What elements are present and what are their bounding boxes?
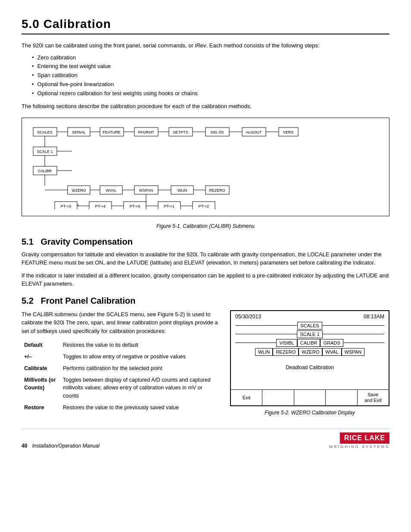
display-grads-box: GRADS <box>320 339 343 347</box>
svg-text:PT->5: PT->5 <box>130 204 140 208</box>
section-51-body2: If the indicator is later installed at a… <box>22 271 389 288</box>
bullet-4: Optional five-point linearization <box>32 80 389 89</box>
svg-text:PT->4: PT->4 <box>95 204 106 208</box>
display-vcg-row: VISIBL CALIBR GRADS <box>231 339 389 347</box>
svg-text:DIG I/O: DIG I/O <box>211 130 224 134</box>
svg-text:SERIAL: SERIAL <box>72 130 86 134</box>
svg-text:ALGOUT: ALGOUT <box>246 130 262 134</box>
bullet-5: Optional rezero calibration for test wei… <box>32 89 389 98</box>
softkey-desc-millivolts: Toggles between display of captured A/D … <box>60 374 221 402</box>
bullet-2: Entering the test weight value <box>32 62 389 71</box>
display-middle-text: Deadload Calibration <box>286 364 334 370</box>
display-softkey-blank3 <box>326 390 357 405</box>
display-softkey-save-exit[interactable]: Saveand Exit <box>358 390 389 405</box>
section-52-content: The CALIBR submenu (under the SCALES men… <box>22 310 389 416</box>
display-softkey-exit[interactable]: Exit <box>231 390 262 405</box>
svg-text:WSPAN: WSPAN <box>139 188 153 193</box>
display-softkeys-row: Exit Saveand Exit <box>231 389 389 405</box>
calibration-diagram: SCALES SERIAL FEATURE PFORMT SETPTS DIG … <box>22 118 389 216</box>
section-51-body1: Gravity compensation for latitude and el… <box>22 250 389 267</box>
softkey-row-restore: Restore Restores the value to the previo… <box>22 402 221 414</box>
figure-5-1-caption: Figure 5-1. Calibration (CALIBR) Submenu <box>22 223 389 229</box>
softkey-row-millivolts: Millivolts (or Counts) Toggles between d… <box>22 374 221 402</box>
figure-5-2-caption: Figure 5-2. WZERO Calibration Display <box>230 410 389 416</box>
svg-text:PT->3: PT->3 <box>61 204 71 208</box>
footer-left: 40 Installation/Operation Manual <box>22 443 100 449</box>
display-scale1-box: SCALE 1 <box>297 330 322 338</box>
doc-title: Installation/Operation Manual <box>32 443 100 449</box>
brand-name: RICE LAKE <box>340 432 389 444</box>
svg-text:SETPTS: SETPTS <box>173 130 188 134</box>
svg-text:PT->2: PT->2 <box>199 204 209 208</box>
display-scales-box: SCALES <box>297 322 322 330</box>
svg-text:PT->1: PT->1 <box>164 204 174 208</box>
display-wspan-box: WSPAN <box>342 348 365 356</box>
section-52-right: 05/30/2013 08:13AM SCALES SCALE 1 VISIBL <box>230 310 389 416</box>
chapter-title: 5.0 Calibration <box>22 17 389 34</box>
svg-text:SCALE 1: SCALE 1 <box>37 149 53 154</box>
section-52-heading: 5.2 Front Panel Calibration <box>22 296 389 306</box>
svg-text:CALIBR: CALIBR <box>38 169 52 173</box>
svg-text:PFORMT: PFORMT <box>138 130 154 134</box>
softkey-row-plusminus: +/– Toggles to allow entry of negative o… <box>22 351 221 363</box>
softkey-desc-default: Restores the value to its default <box>60 339 221 351</box>
softkey-label-restore: Restore <box>22 402 60 414</box>
softkey-table: Default Restores the value to its defaul… <box>22 339 221 413</box>
calibr-diagram-svg: SCALES SERIAL FEATURE PFORMT SETPTS DIG … <box>25 123 386 209</box>
page-footer: 40 Installation/Operation Manual RICE LA… <box>22 429 389 449</box>
softkey-label-calibrate: Calibrate <box>22 363 60 374</box>
intro-paragraph: The 920i can be calibrated using the fro… <box>22 41 389 50</box>
softkey-label-default: Default <box>22 339 60 351</box>
wzero-display: 05/30/2013 08:13AM SCALES SCALE 1 VISIBL <box>230 310 389 406</box>
display-scale1-row: SCALE 1 <box>231 330 389 339</box>
display-middle-area: Deadload Calibration <box>231 357 389 378</box>
display-wval-box: WVAL <box>322 348 341 356</box>
bullet-1: Zero calibration <box>32 53 389 62</box>
bullet-3: Span calibration <box>32 71 389 80</box>
softkey-row-default: Default Restores the value to its defaul… <box>22 339 221 351</box>
softkey-row-calibrate: Calibrate Performs calibration for the s… <box>22 363 221 374</box>
brand-tagline: WEIGHING SYSTEMS <box>329 445 389 449</box>
display-header: 05/30/2013 08:13AM <box>231 311 389 321</box>
section-52-left: The CALIBR submenu (under the SCALES men… <box>22 310 221 416</box>
page-number: 40 <box>22 443 27 449</box>
section-51-heading: 5.1 Gravity Compensation <box>22 237 389 247</box>
softkey-desc-plusminus: Toggles to allow entry of negative or po… <box>60 351 221 363</box>
display-date: 05/30/2013 <box>235 314 261 320</box>
display-visibl-box: VISIBL <box>276 339 297 347</box>
svg-text:WLIN: WLIN <box>177 188 187 193</box>
display-time: 08:13AM <box>364 314 384 320</box>
display-wzero-box: WZERO <box>299 348 322 356</box>
intro-bullets: Zero calibration Entering the test weigh… <box>32 53 389 98</box>
display-wlin-box: WLIN <box>255 348 273 356</box>
irev-italic: iRev <box>195 42 206 49</box>
svg-text:REZERO: REZERO <box>209 188 225 193</box>
display-calibr-box: CALIBR <box>297 339 321 347</box>
svg-text:SCALES: SCALES <box>37 130 53 134</box>
rice-lake-logo: RICE LAKE WEIGHING SYSTEMS <box>329 432 389 449</box>
svg-text:VERS: VERS <box>283 130 294 134</box>
display-wrow: WLIN REZERO WZERO WVAL WSPAN <box>231 347 389 357</box>
section-52-body1: The CALIBR submenu (under the SCALES men… <box>22 310 221 336</box>
display-scales-row: SCALES <box>231 321 389 330</box>
display-softkey-blank2 <box>294 390 326 405</box>
display-rezero-box: REZERO <box>273 348 299 356</box>
softkey-desc-calibrate: Performs calibration for the selected po… <box>60 363 221 374</box>
svg-text:WZERO: WZERO <box>72 188 86 193</box>
svg-text:FEATURE: FEATURE <box>103 130 120 134</box>
section-intro-after: The following sections describe the cali… <box>22 102 389 111</box>
display-softkey-blank1 <box>262 390 294 405</box>
softkey-desc-restore: Restores the value to the previously sav… <box>60 402 221 414</box>
softkey-label-plusminus: +/– <box>22 351 60 363</box>
softkey-label-millivolts: Millivolts (or Counts) <box>22 374 60 402</box>
svg-text:WVAL: WVAL <box>106 188 117 193</box>
